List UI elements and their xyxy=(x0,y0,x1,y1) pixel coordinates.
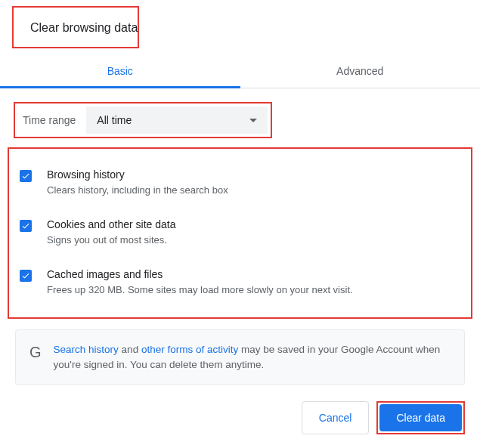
check-icon xyxy=(21,221,30,230)
google-icon: G xyxy=(29,344,42,361)
info-box: G Search history and other forms of acti… xyxy=(15,329,465,386)
info-text-part: and xyxy=(119,344,141,355)
option-desc: Frees up 320 MB. Some sites may load mor… xyxy=(47,283,465,297)
link-other-activity[interactable]: other forms of activity xyxy=(141,344,238,355)
option-text: Cached images and files Frees up 320 MB.… xyxy=(47,268,465,297)
option-desc: Signs you out of most sites. xyxy=(47,233,465,247)
check-icon xyxy=(21,271,30,280)
option-title: Cookies and other site data xyxy=(47,218,465,230)
check-icon xyxy=(21,171,30,181)
clear-data-button[interactable]: Clear data xyxy=(379,404,462,431)
clear-button-highlight: Clear data xyxy=(376,401,465,434)
option-cookies: Cookies and other site data Signs you ou… xyxy=(15,208,465,258)
option-browsing-history: Browsing history Clears history, includi… xyxy=(15,158,465,208)
time-range-value: All time xyxy=(97,114,132,126)
checkbox-browsing-history[interactable] xyxy=(20,170,32,182)
info-text: Search history and other forms of activi… xyxy=(54,342,451,373)
checkbox-cached[interactable] xyxy=(20,270,32,282)
time-range-label: Time range xyxy=(18,114,86,126)
dialog-title: Clear browsing data xyxy=(12,6,139,48)
time-range-select[interactable]: All time xyxy=(86,107,268,134)
link-search-history[interactable]: Search history xyxy=(54,344,119,355)
checkbox-section: Browsing history Clears history, includi… xyxy=(8,147,472,319)
option-title: Cached images and files xyxy=(47,268,465,280)
cancel-button[interactable]: Cancel xyxy=(302,401,370,434)
option-text: Browsing history Clears history, includi… xyxy=(47,168,465,197)
option-title: Browsing history xyxy=(47,168,465,181)
tab-basic[interactable]: Basic xyxy=(0,54,240,88)
option-text: Cookies and other site data Signs you ou… xyxy=(47,218,465,247)
button-row: Cancel Clear data xyxy=(302,401,465,434)
option-cached: Cached images and files Frees up 320 MB.… xyxy=(15,258,465,307)
checkbox-cookies[interactable] xyxy=(20,220,32,232)
option-desc: Clears history, including in the search … xyxy=(47,184,465,197)
chevron-down-icon xyxy=(249,119,257,122)
tab-advanced[interactable]: Advanced xyxy=(240,54,481,88)
tabs: Basic Advanced xyxy=(0,54,480,88)
time-range-row: Time range All time xyxy=(14,102,272,138)
